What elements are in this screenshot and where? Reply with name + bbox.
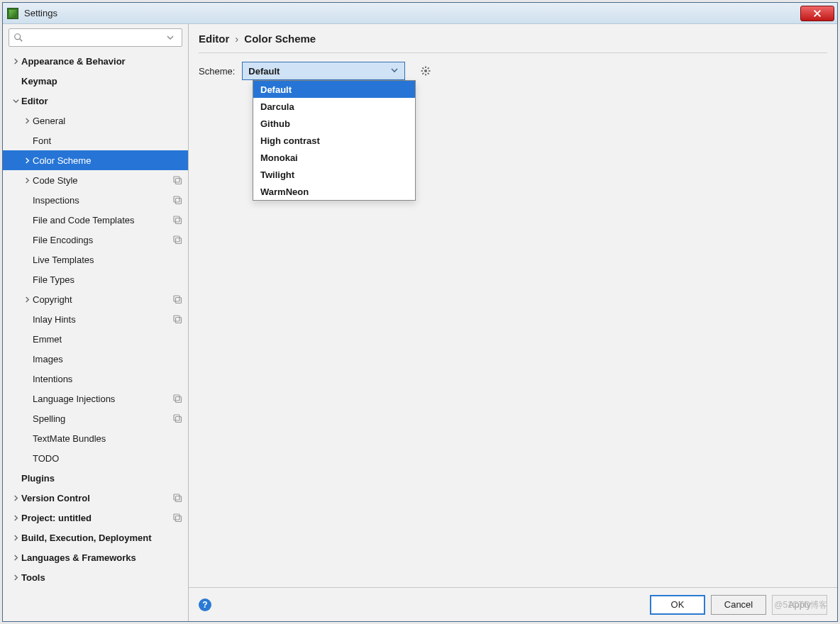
search-input[interactable] [26, 33, 166, 43]
project-scope-icon [172, 235, 182, 245]
tree-item-label: Images [33, 354, 182, 364]
settings-tree[interactable]: Appearance & BehaviorKeymapEditorGeneral… [3, 51, 188, 621]
breadcrumb-child: Color Scheme [244, 33, 316, 45]
svg-rect-18 [174, 494, 179, 500]
chevron-right-icon [10, 535, 21, 541]
tree-item-label: Project: untitled [21, 513, 172, 523]
svg-rect-11 [176, 298, 182, 303]
tree-item[interactable]: File Types [3, 269, 188, 289]
svg-point-0 [15, 34, 21, 40]
svg-rect-20 [174, 514, 179, 520]
tree-item[interactable]: Spelling [3, 408, 188, 428]
window-title: Settings [24, 8, 57, 18]
tree-item[interactable]: Intentions [3, 369, 188, 389]
dialog-footer: ? OK Cancel Apply [189, 587, 837, 621]
tree-item[interactable]: Tools [3, 567, 188, 587]
tree-item[interactable]: Inspections [3, 190, 188, 210]
tree-item-label: Live Templates [33, 255, 182, 265]
chevron-right-icon [21, 296, 33, 303]
tree-item[interactable]: General [3, 111, 188, 130]
settings-search[interactable] [9, 28, 182, 47]
tree-item[interactable]: Code Style [3, 170, 188, 190]
tree-item-label: General [33, 116, 182, 126]
settings-sidebar: Appearance & BehaviorKeymapEditorGeneral… [3, 24, 189, 621]
tree-item[interactable]: Languages & Frameworks [3, 547, 188, 567]
project-scope-icon [172, 215, 182, 225]
tree-item[interactable]: Build, Execution, Deployment [3, 528, 188, 547]
breadcrumb-separator: › [235, 33, 238, 45]
project-scope-icon [172, 394, 182, 403]
window-close-button[interactable] [800, 6, 834, 21]
scheme-gear-button[interactable] [418, 63, 433, 79]
tree-item-label: Version Control [21, 493, 172, 503]
app-icon [7, 8, 18, 19]
project-scope-icon [172, 413, 182, 423]
tree-item-label: File Types [33, 274, 182, 285]
scheme-option[interactable]: WarmNeon [253, 183, 415, 200]
tree-item[interactable]: Font [3, 130, 188, 150]
svg-rect-9 [176, 238, 182, 244]
tree-item[interactable]: Live Templates [3, 250, 188, 269]
tree-item[interactable]: File and Code Templates [3, 210, 188, 230]
scheme-option[interactable]: Twilight [253, 166, 415, 183]
tree-item-label: Language Injections [33, 394, 172, 404]
tree-item[interactable]: Images [3, 349, 188, 369]
dialog-body: Appearance & BehaviorKeymapEditorGeneral… [3, 24, 837, 621]
tree-item[interactable]: TODO [3, 448, 188, 468]
settings-main: Editor › Color Scheme Scheme: Default [189, 24, 837, 621]
help-button[interactable]: ? [199, 598, 211, 611]
tree-item[interactable]: Inlay Hints [3, 309, 188, 329]
tree-item[interactable]: Emmet [3, 329, 188, 349]
scheme-option[interactable]: Github [253, 115, 415, 132]
tree-item-label: Plugins [21, 473, 182, 484]
cancel-button[interactable]: Cancel [711, 595, 766, 615]
svg-line-29 [428, 67, 429, 69]
scheme-option[interactable]: Default [253, 81, 415, 98]
tree-item[interactable]: Editor [3, 91, 188, 111]
tree-item[interactable]: Language Injections [3, 389, 188, 408]
ok-button[interactable]: OK [650, 595, 705, 615]
svg-rect-10 [174, 296, 179, 301]
breadcrumb: Editor › Color Scheme [189, 24, 837, 52]
tree-item[interactable]: Project: untitled [3, 508, 188, 528]
tree-item[interactable]: Copyright [3, 289, 188, 309]
tree-item-label: Spelling [33, 413, 172, 424]
chevron-right-icon [10, 58, 21, 65]
chevron-right-icon [10, 515, 21, 521]
scheme-option[interactable]: Monokai [253, 149, 415, 166]
breadcrumb-parent: Editor [199, 33, 229, 45]
svg-rect-15 [176, 397, 182, 403]
tree-item-label: Font [33, 135, 182, 146]
svg-rect-17 [176, 417, 182, 423]
scheme-combobox[interactable]: Default [242, 62, 405, 80]
project-scope-icon [172, 294, 182, 304]
settings-content: Scheme: Default [189, 52, 837, 587]
svg-rect-3 [176, 179, 182, 184]
chevron-down-icon [10, 98, 21, 104]
scheme-option[interactable]: High contrast [253, 132, 415, 149]
tree-item-label: Emmet [33, 334, 182, 345]
svg-rect-21 [176, 516, 182, 522]
tree-item[interactable]: File Encodings [3, 230, 188, 250]
tree-item[interactable]: Appearance & Behavior [3, 51, 188, 71]
project-scope-icon [172, 314, 182, 324]
apply-button: Apply [772, 595, 827, 615]
svg-line-28 [428, 73, 429, 74]
tree-item-label: File Encodings [33, 235, 172, 245]
chevron-right-icon [10, 495, 21, 501]
tree-item[interactable]: TextMate Bundles [3, 428, 188, 448]
chevron-right-icon [21, 118, 33, 124]
tree-item[interactable]: Keymap [3, 71, 188, 91]
project-scope-icon [172, 513, 182, 523]
tree-item[interactable]: Plugins [3, 468, 188, 488]
svg-rect-5 [176, 199, 182, 204]
svg-rect-12 [174, 316, 179, 321]
tree-item[interactable]: Color Scheme [3, 150, 188, 170]
svg-rect-7 [176, 218, 182, 224]
tree-item[interactable]: Version Control [3, 488, 188, 508]
tree-item-label: TextMate Bundles [33, 433, 182, 444]
scheme-option[interactable]: Darcula [253, 98, 415, 115]
tree-item-label: Appearance & Behavior [21, 56, 182, 67]
project-scope-icon [172, 493, 182, 503]
scheme-dropdown[interactable]: DefaultDarculaGithubHigh contrastMonokai… [253, 80, 416, 201]
